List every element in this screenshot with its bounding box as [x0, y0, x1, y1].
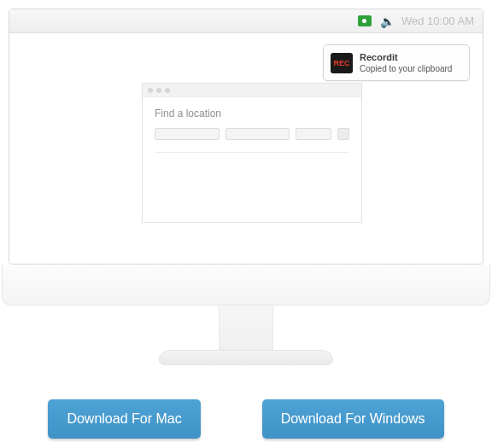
download-buttons-row: Download For Mac Download For Windows: [0, 399, 492, 439]
location-submit-button[interactable]: [337, 128, 349, 140]
rec-badge-icon: REC: [331, 53, 353, 73]
notification-message: Copied to your clipboard: [360, 63, 452, 74]
location-input-row: [155, 128, 349, 140]
app-window: Find a location: [142, 83, 362, 223]
monitor-stand-base: [159, 350, 333, 365]
traffic-light-icon: [156, 88, 161, 93]
download-mac-button[interactable]: Download For Mac: [48, 399, 200, 439]
traffic-light-icon: [165, 88, 170, 93]
window-chrome: [143, 84, 361, 97]
speaker-icon: 🔈: [380, 15, 395, 28]
monitor-bezel: [2, 265, 490, 305]
location-input-3[interactable]: [296, 128, 331, 140]
notification-title: Recordit: [360, 51, 452, 63]
download-windows-button[interactable]: Download For Windows: [262, 399, 444, 439]
divider: [155, 152, 349, 153]
menubar-datetime: Wed 10:00 AM: [401, 15, 474, 27]
find-location-heading: Find a location: [155, 108, 349, 119]
traffic-light-icon: [148, 88, 153, 93]
recording-indicator-icon: [358, 15, 372, 26]
location-input-2[interactable]: [226, 128, 290, 140]
menubar: 🔈 Wed 10:00 AM: [9, 9, 483, 33]
monitor-stand-neck: [219, 305, 273, 353]
recordit-notification[interactable]: REC Recordit Copied to your clipboard: [323, 44, 470, 81]
notification-text: Recordit Copied to your clipboard: [360, 51, 452, 74]
location-input-1[interactable]: [155, 128, 220, 140]
